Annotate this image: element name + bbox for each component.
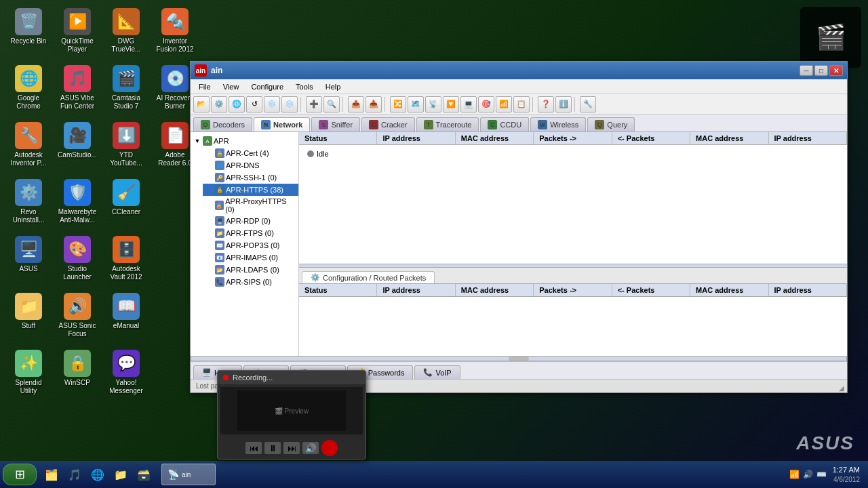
tree-node-apr-ssh-1[interactable]: 🔑 APR-SSH-1 (0): [203, 171, 298, 184]
desktop-icon-asus[interactable]: 🖥️ ASUS: [5, 233, 52, 287]
toolbar-about-btn[interactable]: ℹ️: [555, 96, 572, 113]
desktop-icon-revo-uninstall[interactable]: ⚙️ Revo Uninstall...: [5, 176, 52, 230]
tree-node-apr-pop3s[interactable]: ✉️ APR-POP3S (0): [203, 239, 298, 251]
toolbar-log-btn[interactable]: 📋: [513, 96, 530, 113]
tray-icon-network[interactable]: 📶: [789, 469, 800, 480]
desktop-icon-dwg-trueview[interactable]: 📐 DWG TrueVie...: [103, 5, 149, 60]
menu-tools[interactable]: Tools: [290, 81, 319, 92]
toolbar-route-btn[interactable]: 🗺️: [408, 96, 424, 113]
tray-icon-volume[interactable]: 🔊: [803, 469, 814, 480]
toolbar-wifi-btn[interactable]: 📶: [496, 96, 512, 113]
desktop-icon-emanual[interactable]: 📖 eManual: [103, 290, 149, 344]
toolbar-network-btn[interactable]: 🌐: [229, 96, 245, 113]
expand-apr-ssh-1[interactable]: [205, 174, 214, 182]
toolbar-reset-btn[interactable]: ↺: [246, 96, 262, 113]
expand-apr-dns[interactable]: [205, 161, 214, 169]
horizontal-scrollbar[interactable]: [191, 356, 847, 361]
recorder-volume-btn[interactable]: 🔊: [302, 442, 319, 454]
recorder-play-btn[interactable]: ⏸: [264, 442, 281, 454]
taskbar-icon-media[interactable]: 🎵: [64, 464, 85, 485]
toolbar-chill-btn[interactable]: ❄️: [264, 96, 280, 113]
toolbar-extra-btn[interactable]: 🔧: [580, 96, 596, 113]
tree-node-apr-ldaps[interactable]: 📂 APR-LDAPS (0): [203, 264, 298, 276]
desktop-icon-winscp[interactable]: 🔒 WinSCP: [54, 347, 100, 401]
tab-wireless[interactable]: W Wireless: [530, 117, 586, 131]
toolbar-arp-btn[interactable]: 📡: [425, 96, 441, 113]
recorder-stop-btn[interactable]: [321, 440, 338, 456]
tree-expand-apr[interactable]: ▼: [193, 137, 201, 145]
taskbar-icon-folder[interactable]: 📁: [110, 464, 132, 485]
desktop-icon-stuff[interactable]: 📁 Stuff: [5, 290, 52, 344]
clock-display[interactable]: 1:27 AM 4/6/2012: [833, 465, 860, 483]
desktop-icon-yahoo-messenger[interactable]: 💬 Yahoo! Messenger: [103, 347, 149, 401]
toolbar-attack-btn[interactable]: 🎯: [478, 96, 494, 113]
desktop-icon-autodesk-inventor[interactable]: 🔧 Autodesk Inventor P...: [5, 119, 52, 174]
expand-apr-cert[interactable]: [205, 149, 214, 157]
taskbar-icon-explorer[interactable]: 🗂️: [41, 464, 62, 485]
expand-apr-pop3s[interactable]: [205, 241, 214, 249]
desktop-icon-asus-sonic[interactable]: 🔊 ASUS Sonic Focus: [54, 290, 100, 344]
tree-node-apr-cert[interactable]: 🔒 APR-Cert (4): [203, 147, 298, 159]
taskbar-icon-files[interactable]: 🗃️: [133, 464, 155, 485]
tab-query[interactable]: Q Query: [587, 117, 635, 131]
desktop-icon-malwarebytes[interactable]: 🛡️ Malwarebyte Anti-Malw...: [54, 176, 100, 230]
tab-cracker[interactable]: C Cracker: [361, 117, 415, 131]
menu-file[interactable]: File: [193, 81, 216, 92]
desktop-icon-studio-launcher[interactable]: 🎨 Studio Launcher: [54, 233, 100, 287]
tree-root-apr[interactable]: ▼ A APR: [191, 135, 298, 147]
expand-apr-sips[interactable]: [205, 278, 214, 286]
toolbar-export-btn[interactable]: 📤: [348, 96, 364, 113]
menu-configure[interactable]: Configure: [245, 81, 289, 92]
expand-apr-imaps[interactable]: [205, 253, 214, 262]
desktop-icon-camstudio[interactable]: 🎥 CamStudio...: [54, 119, 100, 174]
desktop-icon-ccleaner[interactable]: 🧹 CCleaner: [103, 176, 149, 230]
tab-decoders[interactable]: D Decoders: [193, 117, 252, 131]
tab-sniffer[interactable]: S Sniffer: [311, 117, 360, 131]
tab-traceroute[interactable]: T Traceroute: [416, 117, 479, 131]
nav-tab-voip[interactable]: 📞 VoIP: [414, 365, 460, 379]
toolbar-open-btn[interactable]: 📂: [193, 96, 210, 113]
toolbar-help-btn[interactable]: ❓: [538, 96, 554, 113]
expand-apr-ftps[interactable]: [205, 229, 214, 237]
desktop-icon-asus-vibe[interactable]: 🎵 ASUS Vibe Fun Center: [54, 62, 100, 117]
recorder-rewind-btn[interactable]: ⏮: [245, 442, 262, 454]
tab-ccdu[interactable]: C CCDU: [480, 117, 529, 131]
toolbar-import-btn[interactable]: 📥: [366, 96, 382, 113]
toolbar-config-btn[interactable]: ⚙️: [211, 96, 227, 113]
desktop-icon-quicktime-player[interactable]: ▶️ QuickTime Player: [54, 5, 100, 60]
tree-node-apr-proxyhttps[interactable]: 🔒 APR-ProxyHTTPS (0): [203, 196, 298, 215]
toolbar-filter-btn[interactable]: 🔽: [443, 96, 459, 113]
recorder-forward-btn[interactable]: ⏭: [283, 442, 300, 454]
taskbar-app-ain[interactable]: 📡 ain: [161, 464, 216, 485]
tree-node-apr-imaps[interactable]: 📧 APR-IMAPS (0): [203, 251, 298, 264]
desktop-icon-ytd[interactable]: ⬇️ YTD YouTube...: [103, 119, 149, 174]
desktop-icon-google-chrome[interactable]: 🌐 Google Chrome: [5, 62, 52, 117]
desktop-icon-autodesk-vault[interactable]: 🗄️ Autodesk Vault 2012: [103, 233, 149, 287]
menu-view[interactable]: View: [218, 81, 245, 92]
expand-apr-rdp[interactable]: [205, 217, 214, 225]
tree-node-apr-dns[interactable]: 🌐 APR-DNS: [203, 159, 298, 171]
table-row[interactable]: Idle: [302, 148, 844, 161]
expand-apr-ldaps[interactable]: [205, 266, 214, 274]
tree-node-apr-rdp[interactable]: 🖥️ APR-RDP (0): [203, 215, 298, 227]
menu-help[interactable]: Help: [320, 81, 347, 92]
toolbar-resolve-btn[interactable]: 🔀: [390, 96, 406, 113]
desktop-icon-recycle-bin[interactable]: 🗑️ Recycle Bin: [5, 5, 52, 60]
toolbar-scan-btn[interactable]: 🔍: [323, 96, 340, 113]
desktop-icon-splendid-utility[interactable]: ✨ Splendid Utility: [5, 347, 52, 401]
minimize-button[interactable]: ─: [800, 65, 813, 76]
toolbar-chill2-btn[interactable]: ❄️: [281, 96, 298, 113]
maximize-button[interactable]: □: [814, 65, 828, 76]
expand-apr-proxyhttps[interactable]: [205, 201, 214, 209]
tray-icon-keyboard[interactable]: ⌨️: [816, 469, 827, 480]
tree-node-apr-sips[interactable]: 📞 APR-SIPS (0): [203, 276, 298, 288]
start-button[interactable]: ⊞: [3, 464, 37, 485]
close-button[interactable]: ✕: [829, 65, 843, 76]
tree-node-apr-https[interactable]: 🔒 APR-HTTPS (38): [203, 184, 298, 196]
tree-node-apr-ftps[interactable]: 📁 APR-FTPS (0): [203, 227, 298, 239]
desktop-icon-inventor-fusion[interactable]: 🔩 Inventor Fusion 2012: [152, 5, 198, 60]
config-tab-routed[interactable]: ⚙️ Configuration / Routed Packets: [302, 271, 435, 283]
desktop-icon-camtasia[interactable]: 🎬 Camtasia Studio 7: [103, 62, 149, 117]
taskbar-icon-ie[interactable]: 🌐: [87, 464, 108, 485]
expand-apr-https[interactable]: [205, 186, 214, 194]
